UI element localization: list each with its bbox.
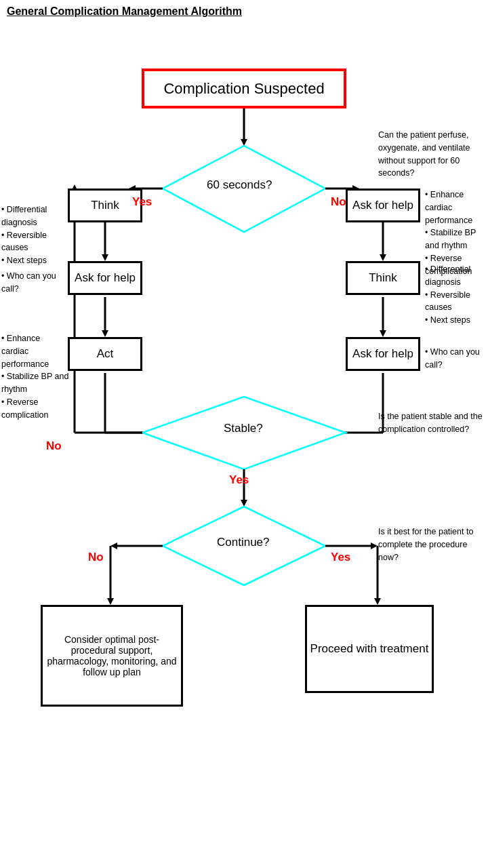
think-left-box: Think: [68, 189, 142, 222]
svg-marker-26: [241, 500, 247, 507]
yes-continue-label: Yes: [331, 551, 350, 564]
svg-marker-31: [371, 542, 378, 549]
act-right-box: Ask for help: [346, 189, 420, 222]
side-note-right-continue: Is it best for the patient to complete t…: [378, 526, 483, 564]
svg-marker-17: [207, 429, 214, 436]
svg-marker-20: [275, 429, 282, 436]
svg-marker-35: [374, 598, 381, 605]
svg-marker-33: [107, 598, 114, 605]
side-note-right-stable: Is the patient stable and the complicati…: [378, 410, 483, 436]
side-note-right-think: • Differential diagnosis • Reversible ca…: [425, 263, 486, 327]
no-stable-label: No: [46, 439, 62, 453]
svg-marker-14: [380, 330, 386, 337]
yes-left-label: Yes: [132, 195, 152, 209]
act-left-box: Act: [68, 337, 142, 371]
svg-marker-1: [241, 139, 247, 146]
ask-help-right-box: Ask for help: [346, 337, 420, 371]
svg-marker-8: [102, 254, 108, 261]
ask-help-left-box: Ask for help: [68, 261, 142, 295]
svg-marker-29: [110, 542, 117, 549]
proceed-box: Proceed with treatment: [305, 605, 434, 693]
consider-box: Consider optimal post-procedural support…: [41, 605, 183, 707]
svg-marker-10: [102, 330, 108, 337]
continue-label: Continue?: [217, 536, 270, 549]
sixty-seconds-label: 60 seconds?: [207, 178, 272, 192]
stable-label: Stable?: [224, 422, 263, 435]
complication-suspected-box: Complication Suspected: [142, 68, 346, 108]
side-note-left-ask: • Who can you call?: [1, 270, 69, 296]
yes-stable-label: Yes: [229, 473, 249, 487]
side-note-left-act: • Enhance cardiac performance • Stabiliz…: [1, 332, 69, 421]
think-right-box: Think: [346, 261, 420, 295]
side-note-right-top: Can the patient perfuse, oxygenate, and …: [378, 129, 483, 180]
no-continue-label: No: [88, 551, 104, 564]
page-title: General Complication Management Algorith…: [0, 0, 488, 20]
svg-marker-12: [380, 254, 386, 261]
side-note-right-ask: • Who can you call?: [425, 346, 486, 372]
side-note-left-think: • Differential diagnosis • Reversible ca…: [1, 203, 69, 267]
no-right-label: No: [331, 195, 346, 209]
